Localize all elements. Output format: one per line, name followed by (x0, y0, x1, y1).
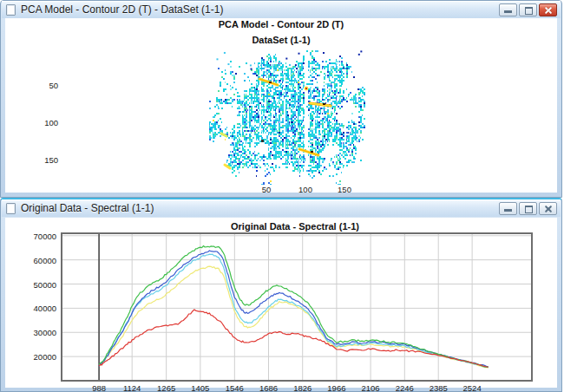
x-tick-label: 50 (247, 185, 285, 194)
x-tick-label: 1265 (148, 383, 186, 392)
restore-icon (525, 7, 533, 15)
x-tick-label: 1826 (284, 383, 322, 392)
x-tick-label: 2385 (419, 383, 457, 392)
x-tick-label: 2106 (351, 383, 390, 392)
y-tick-label: 70000 (22, 232, 56, 241)
x-tick-label: 1966 (318, 383, 356, 392)
y-tick-label: 150 (23, 155, 58, 165)
y-tick-label: 50000 (22, 280, 56, 290)
x-tick-label: 2524 (453, 383, 491, 392)
series-cyan (99, 254, 488, 368)
close-button[interactable] (539, 3, 557, 16)
x-tick-label: 2246 (385, 383, 423, 392)
y-tick-label: 20000 (22, 352, 56, 362)
desktop: PCA Model - Contour 2D (T) - DataSet (1-… (0, 0, 564, 392)
x-tick-label: 1124 (113, 383, 151, 392)
series-green (99, 246, 488, 368)
y-tick-label: 40000 (22, 304, 56, 313)
contour-chart-subtitle: DataSet (1-1) (1, 35, 561, 45)
x-tick-label: 100 (286, 185, 325, 194)
window-spectral: Original Data - Spectral (1-1) Original … (0, 198, 562, 392)
restore-button[interactable] (519, 3, 537, 16)
window-pca-contour: PCA Model - Contour 2D (T) - DataSet (1-… (0, 0, 562, 198)
titlebar-pca[interactable]: PCA Model - Contour 2D (T) - DataSet (1-… (2, 1, 561, 18)
x-tick-label: 150 (325, 185, 364, 194)
spectral-plot[interactable] (1, 199, 564, 392)
caption-buttons (499, 3, 557, 16)
y-tick-label: 30000 (22, 328, 56, 337)
window-icon (6, 4, 16, 16)
minimize-icon (504, 10, 512, 13)
y-tick-label: 50 (23, 81, 58, 90)
window-title: PCA Model - Contour 2D (T) - DataSet (1-… (21, 3, 223, 16)
y-tick-label: 100 (23, 118, 58, 127)
x-tick-label: 1686 (250, 383, 288, 392)
x-tick-label: 1546 (215, 383, 253, 392)
series-red (99, 310, 488, 367)
x-tick-label: 1405 (181, 383, 220, 392)
minimize-button[interactable] (499, 3, 517, 16)
contour-plot[interactable] (209, 50, 365, 185)
contour-chart-title: PCA Model - Contour 2D (T) (1, 19, 561, 29)
y-tick-label: 60000 (22, 256, 56, 265)
